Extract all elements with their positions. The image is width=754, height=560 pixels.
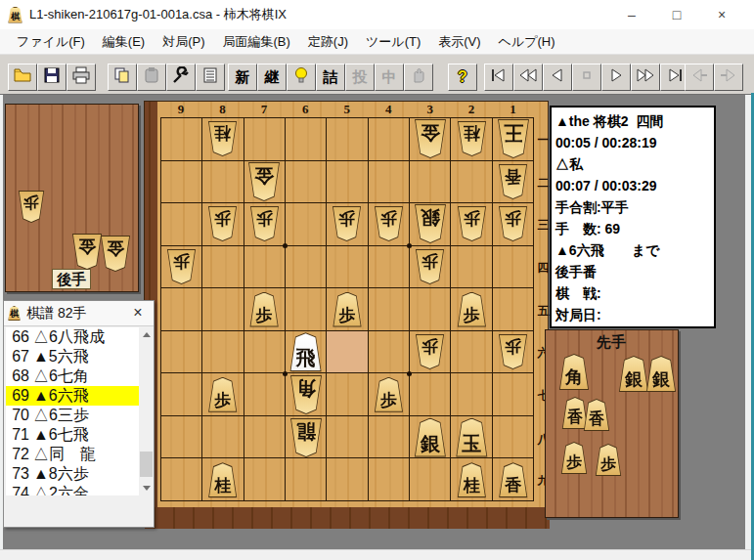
- square-9-6[interactable]: [161, 331, 202, 374]
- hand-piece-金-2[interactable]: 金: [71, 234, 103, 270]
- menu-item-7[interactable]: 表示(V): [429, 29, 489, 55]
- kifu-move-69[interactable]: 69▲6六飛: [6, 386, 139, 406]
- scroll-down-icon[interactable]: [139, 481, 154, 495]
- menu-item-6[interactable]: ツール(T): [357, 29, 429, 55]
- menu-item-3[interactable]: 対局(P): [154, 29, 213, 55]
- square-7-6[interactable]: [244, 331, 286, 374]
- square-6-4[interactable]: [286, 246, 327, 289]
- tools-button[interactable]: [166, 64, 196, 91]
- hand-piece-角-1[interactable]: 角: [558, 354, 590, 390]
- hand-piece-歩-6[interactable]: 歩: [560, 442, 588, 474]
- kifu-move-71[interactable]: 71▲6七飛: [6, 425, 139, 445]
- kifu-move-74[interactable]: 74△2六金: [6, 484, 139, 495]
- nav-back-button[interactable]: [543, 64, 572, 91]
- square-1-7[interactable]: [493, 373, 534, 416]
- square-1-4[interactable]: [493, 246, 534, 289]
- scrollbar-thumb[interactable]: [140, 452, 153, 477]
- square-7-1[interactable]: [244, 118, 286, 161]
- square-4-1[interactable]: [369, 118, 410, 161]
- square-6-9[interactable]: [286, 458, 327, 501]
- square-4-8[interactable]: [369, 416, 410, 459]
- square-8-6[interactable]: [202, 331, 244, 374]
- square-9-1[interactable]: [161, 118, 202, 161]
- minimize-button[interactable]: –: [609, 0, 654, 29]
- help-button[interactable]: ?: [448, 64, 477, 91]
- maximize-button[interactable]: □: [654, 0, 699, 29]
- kifu-list-button[interactable]: [196, 64, 225, 91]
- hand-piece-歩-7[interactable]: 歩: [595, 444, 622, 476]
- square-5-6[interactable]: [327, 331, 368, 374]
- nav-first-button[interactable]: [484, 64, 513, 91]
- square-9-8[interactable]: [161, 416, 202, 459]
- menu-item-1[interactable]: ファイル(F): [8, 29, 94, 55]
- square-8-2[interactable]: [202, 161, 244, 204]
- menu-item-4[interactable]: 局面編集(B): [214, 29, 299, 55]
- app-icon[interactable]: 棋: [8, 7, 22, 23]
- square-4-6[interactable]: [369, 331, 410, 374]
- square-5-7[interactable]: [327, 373, 368, 416]
- square-2-6[interactable]: [451, 331, 492, 374]
- square-7-7[interactable]: [244, 373, 286, 416]
- nav-forward-button[interactable]: [601, 64, 631, 91]
- open-file-button[interactable]: [8, 64, 37, 91]
- tsume-button[interactable]: 詰: [316, 64, 345, 91]
- square-7-8[interactable]: [244, 416, 286, 459]
- kifu-scrollbar[interactable]: [139, 327, 154, 495]
- kifu-title-bar[interactable]: 棋 棋譜 82手 ×: [4, 301, 154, 326]
- save-file-button[interactable]: [37, 64, 67, 91]
- menu-item-8[interactable]: ヘルプ(H): [490, 29, 564, 55]
- square-9-3[interactable]: [161, 203, 202, 246]
- kifu-move-73[interactable]: 73▲8六歩: [6, 464, 139, 484]
- hand-piece-金-3[interactable]: 金: [100, 236, 131, 272]
- square-3-2[interactable]: [410, 161, 451, 204]
- print-button[interactable]: [67, 64, 96, 91]
- new-game-button[interactable]: 新: [228, 64, 257, 91]
- square-4-9[interactable]: [369, 458, 410, 501]
- square-9-7[interactable]: [161, 373, 202, 416]
- square-1-5[interactable]: [493, 288, 534, 331]
- nav-back10-button[interactable]: [513, 64, 543, 91]
- square-5-2[interactable]: [327, 161, 368, 204]
- hand-piece-香-4[interactable]: 香: [561, 397, 589, 429]
- square-4-2[interactable]: [369, 161, 410, 204]
- square-6-1[interactable]: [286, 118, 327, 161]
- hand-piece-歩-1[interactable]: 歩: [18, 191, 45, 223]
- square-3-7[interactable]: [410, 373, 451, 416]
- kifu-move-70[interactable]: 70△6三歩: [6, 406, 139, 425]
- hand-piece-香-5[interactable]: 香: [583, 399, 610, 431]
- continue-game-button[interactable]: 継: [257, 64, 287, 91]
- square-8-5[interactable]: [202, 288, 244, 331]
- square-9-5[interactable]: [161, 288, 202, 331]
- square-4-5[interactable]: [369, 288, 410, 331]
- hand-piece-銀-2[interactable]: 銀: [618, 356, 649, 392]
- scroll-up-icon[interactable]: [139, 327, 154, 342]
- square-1-8[interactable]: [493, 416, 534, 459]
- square-5-4[interactable]: [327, 246, 368, 289]
- menu-item-5[interactable]: 定跡(J): [299, 29, 357, 55]
- square-6-3[interactable]: [286, 203, 327, 246]
- kifu-move-68[interactable]: 68△6七角: [6, 366, 139, 386]
- square-2-2[interactable]: [451, 161, 492, 204]
- square-8-8[interactable]: [202, 416, 244, 459]
- square-9-2[interactable]: [161, 161, 202, 204]
- square-8-4[interactable]: [202, 246, 244, 289]
- close-button[interactable]: ×: [699, 0, 744, 29]
- kifu-move-67[interactable]: 67▲5六飛: [6, 347, 139, 366]
- square-5-1[interactable]: [327, 118, 368, 161]
- square-6-2[interactable]: [286, 161, 327, 204]
- nav-forward10-button[interactable]: [631, 64, 660, 91]
- copy-button[interactable]: [108, 64, 137, 91]
- kifu-move-72[interactable]: 72△同 龍: [6, 445, 139, 464]
- square-3-5[interactable]: [410, 288, 451, 331]
- square-3-9[interactable]: [410, 458, 451, 501]
- menu-item-2[interactable]: 編集(E): [94, 29, 154, 55]
- square-2-4[interactable]: [451, 246, 492, 289]
- square-5-8[interactable]: [327, 416, 368, 459]
- hint-button[interactable]: [287, 64, 316, 91]
- square-6-5[interactable]: [286, 288, 327, 331]
- square-5-9[interactable]: [327, 458, 368, 501]
- kifu-move-66[interactable]: 66△6八飛成: [6, 327, 139, 347]
- hand-piece-銀-3[interactable]: 銀: [645, 356, 677, 392]
- square-9-9[interactable]: [161, 458, 202, 501]
- square-7-9[interactable]: [244, 458, 286, 501]
